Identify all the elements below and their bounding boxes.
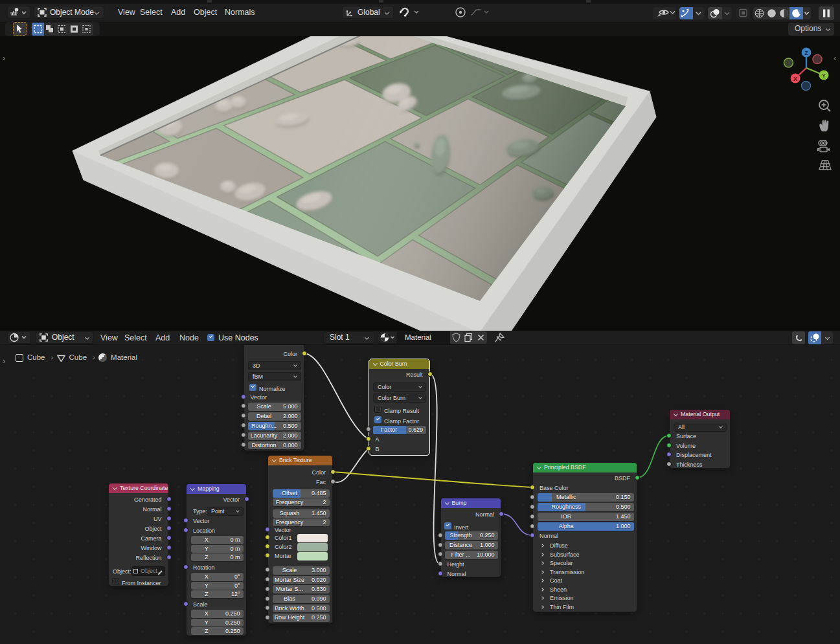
svg-text:X: X <box>793 76 797 82</box>
svg-text:Z: Z <box>804 50 808 56</box>
svg-text:Y: Y <box>822 72 826 79</box>
